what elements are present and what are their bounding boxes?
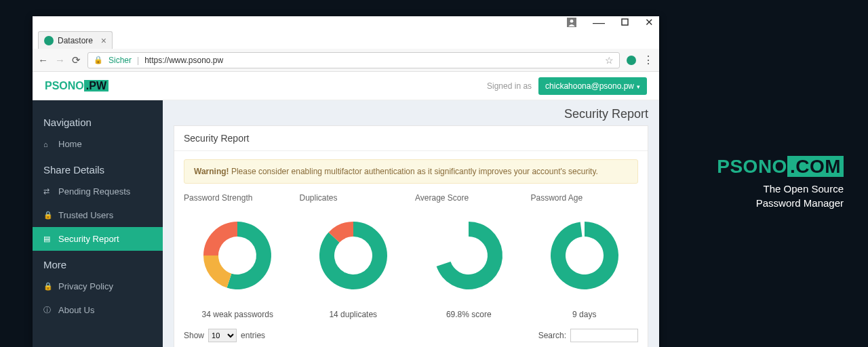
tab-title: Datastore [58,36,93,45]
chart-title: Password Strength [184,193,292,203]
browser-menu-icon[interactable]: ⋮ [643,54,654,66]
app-content: Navigation ⌂Home Share Details ⇄Pending … [33,100,659,347]
chart-caption: 34 weak passwords [184,310,292,319]
chart-caption: 9 days [531,310,639,319]
address-bar[interactable]: 🔒 Sicher | https://www.psono.pw ☆ [87,52,620,68]
app-header: PSONO.PW Signed in as chickahoona@psono.… [33,72,659,100]
maximize-icon[interactable] [621,16,629,28]
promo-tagline: The Open SourcePassword Manager [717,182,844,210]
svg-rect-1 [622,19,628,25]
chart-average-score: Average Score69.8% score [415,193,523,319]
window-titlebar: — ✕ [33,16,659,28]
browser-url-bar: ← → ⟳ 🔒 Sicher | https://www.psono.pw ☆ … [33,49,659,72]
favicon-icon [44,36,54,45]
bookmark-star-icon[interactable]: ☆ [605,55,614,66]
sidebar-item-security-report[interactable]: ▤Security Report [33,227,163,251]
sidebar-item-about[interactable]: ⓘAbout Us [33,298,163,322]
info-icon: ⓘ [43,305,52,315]
extension-icon[interactable] [627,56,636,65]
entries-label: entries [241,331,265,340]
url-text: https://www.psono.pw [144,56,223,65]
close-icon[interactable]: ✕ [645,16,654,28]
user-icon[interactable] [567,18,576,27]
chart-duplicates: Duplicates14 duplicates [300,193,408,319]
panel-body: Warning! Please consider enabling multif… [174,151,648,347]
donut-chart [306,208,401,303]
warning-alert: Warning! Please consider enabling multif… [184,159,638,184]
lock-icon: 🔒 [43,211,52,220]
back-icon[interactable]: ← [38,54,48,66]
tab-close-icon[interactable]: × [101,35,106,46]
security-report-panel: Security Report Warning! Please consider… [174,125,648,347]
chart-password-age: Password Age9 days [531,193,639,319]
promo-logo: PSONO.COM [717,156,844,178]
chart-caption: 69.8% score [415,310,523,319]
share-icon: ⇄ [43,187,52,196]
chart-password-strength: Password Strength34 weak passwords [184,193,292,319]
sidebar: Navigation ⌂Home Share Details ⇄Pending … [33,100,163,347]
sidebar-item-pending-requests[interactable]: ⇄Pending Requests [33,180,163,203]
donut-chart [537,208,632,303]
signed-in-label: Signed in as [487,81,532,91]
sidebar-item-trusted-users[interactable]: 🔒Trusted Users [33,203,163,227]
browser-tab[interactable]: Datastore × [38,31,113,49]
sidebar-heading-navigation: Navigation [33,113,163,132]
app-logo[interactable]: PSONO.PW [45,80,108,92]
search-label: Search: [538,331,566,340]
chrome-window: — ✕ Datastore × ← → ⟳ 🔒 Sicher | https:/… [33,16,659,347]
show-label: Show [184,331,204,340]
sidebar-item-home[interactable]: ⌂Home [33,132,163,156]
sidebar-heading-more: More [33,255,163,274]
user-menu-button[interactable]: chickahoona@psono.pw▾ [538,77,647,95]
main-area: Security Report Security Report Warning!… [163,100,659,347]
search-input[interactable] [570,329,638,342]
lock-icon: 🔒 [94,56,103,64]
chart-title: Password Age [531,193,639,203]
table-controls: Show 10 entries Search: [184,329,638,342]
file-icon: ▤ [43,234,52,243]
browser-tab-strip: Datastore × [33,28,659,49]
secure-label: Sicher [108,56,132,65]
reload-icon[interactable]: ⟳ [72,54,81,66]
chart-title: Average Score [415,193,523,203]
promo-block: PSONO.COM The Open SourcePassword Manage… [717,156,844,210]
donut-chart [190,208,285,303]
sidebar-heading-share: Share Details [33,160,163,180]
donut-chart [421,208,516,303]
chart-title: Duplicates [300,193,408,203]
forward-icon[interactable]: → [55,54,65,66]
home-icon: ⌂ [43,140,52,148]
sidebar-item-privacy[interactable]: 🔒Privacy Policy [33,274,163,298]
chevron-down-icon: ▾ [637,83,640,90]
page-title: Security Report [174,107,648,121]
entries-select[interactable]: 10 [208,329,237,342]
svg-point-0 [570,20,574,23]
charts-row: Password Strength34 weak passwordsDuplic… [184,193,638,319]
panel-heading: Security Report [174,126,648,151]
lock-icon: 🔒 [43,282,52,291]
chart-caption: 14 duplicates [300,310,408,319]
minimize-icon[interactable]: — [593,16,605,30]
